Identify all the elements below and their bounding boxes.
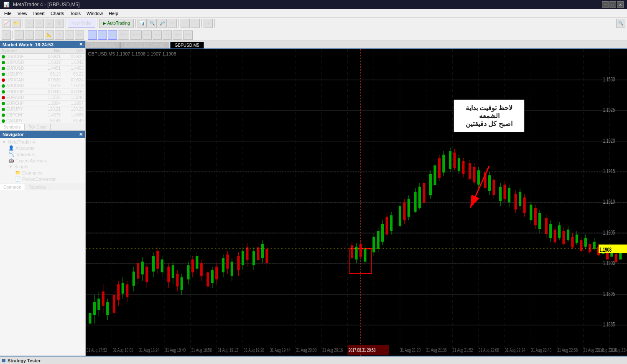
symbol-name: CADJPY	[6, 119, 38, 123]
properties-button[interactable]: ⚙	[168, 19, 177, 28]
open-button[interactable]: 📁	[12, 19, 21, 28]
tool-4[interactable]: 📐	[45, 30, 54, 40]
period-mn[interactable]: MN	[183, 30, 193, 40]
period-d1[interactable]: D1	[163, 30, 172, 40]
tool-7[interactable]: AB	[75, 30, 84, 40]
tool-2[interactable]: |	[25, 30, 34, 40]
nav-period-converter[interactable]: 📄 PeriodConverter	[1, 176, 84, 182]
svg-rect-75	[187, 265, 189, 279]
market-watch-row-usdcad[interactable]: USDCAD 0.9620 0.9624	[0, 77, 85, 83]
svg-rect-83	[206, 272, 209, 286]
period-h4[interactable]: H4	[153, 30, 162, 40]
market-watch-row-euraud[interactable]: EURAUD 1.3736 1.3748	[0, 95, 85, 101]
svg-rect-71	[176, 274, 178, 287]
period-m30[interactable]: M30	[130, 30, 141, 40]
period-w1[interactable]: W1	[173, 30, 182, 40]
line-tool[interactable]: —	[15, 30, 24, 40]
new-order-button[interactable]: New Order	[68, 19, 95, 28]
separator-2	[66, 19, 66, 28]
period-m[interactable]: M	[88, 30, 97, 40]
market-watch-close[interactable]: ✕	[79, 42, 83, 47]
menu-file[interactable]: File	[2, 10, 14, 17]
redo-button[interactable]: ↪	[35, 19, 44, 28]
svg-rect-55	[137, 263, 139, 279]
nav-examples[interactable]: 📁 Examples	[1, 169, 84, 176]
accounts-icon: 👤	[8, 145, 14, 151]
restore-button[interactable]: □	[609, 1, 616, 8]
indicators-button[interactable]: 〰	[181, 19, 190, 28]
market-watch-row-audusd[interactable]: AUDUSD 1.0515 1.0518	[0, 83, 85, 89]
period-sep-button[interactable]: |	[191, 19, 200, 28]
period-m15[interactable]: M15	[118, 30, 129, 40]
navigator-close[interactable]: ✕	[79, 132, 83, 137]
market-watch-row-gbpchf[interactable]: GBPCHF 1.4575 1.4585	[0, 112, 85, 118]
autotrading-button[interactable]: ▶ AutoTrading	[99, 19, 133, 28]
period-h1[interactable]: H1	[143, 30, 152, 40]
nav-tab-common[interactable]: Common	[0, 184, 25, 190]
crosshair-tool[interactable]: ✛	[2, 30, 11, 40]
tool-6[interactable]: ∧	[65, 30, 74, 40]
nav-expert-advisors[interactable]: 🤖 Expert Advisors	[1, 157, 84, 164]
svg-rect-79	[196, 256, 198, 269]
market-watch-row-eurusd[interactable]: EURUSD 1.4451 1.4453	[0, 66, 85, 71]
tool-3[interactable]: ╲	[35, 30, 44, 40]
svg-text:31 Aug 22:40: 31 Aug 22:40	[531, 347, 551, 353]
tester-pin[interactable]	[2, 359, 5, 362]
menu-tools[interactable]: Tools	[67, 10, 83, 17]
window-controls[interactable]: ─ □ ✕	[602, 1, 624, 8]
market-watch-row-cadjpy[interactable]: CADJPY 86.43 86.49	[0, 118, 85, 124]
annotation-line1: لاحظ توقيت بداية الشمعه	[460, 104, 518, 120]
chart-tab-eurusd-m2[interactable]: EURUSD,M2 (offline)	[120, 42, 169, 48]
crosshair-button[interactable]: ✛	[204, 19, 213, 28]
menu-window[interactable]: Window	[84, 10, 105, 17]
market-watch-row-usdjpy[interactable]: USDJPY 83.19 83.22	[0, 71, 85, 77]
svg-text:1.1905: 1.1905	[603, 228, 615, 236]
chart-type-button[interactable]: 📊	[138, 19, 147, 28]
minimize-button[interactable]: ─	[602, 1, 609, 8]
svg-text:1.1530: 1.1530	[603, 75, 615, 83]
tab-symbols[interactable]: Symbols	[0, 124, 25, 130]
tool-5[interactable]: T	[55, 30, 64, 40]
svg-rect-128	[399, 206, 401, 226]
svg-rect-103	[257, 248, 259, 260]
bid-price: 0.8843	[38, 89, 61, 94]
symbol-name: USDCAD	[6, 78, 38, 82]
title-bar: 📊 MetaTrader 4 - [GBPUSD,M5] ─ □ ✕	[0, 0, 627, 9]
period-m1[interactable]: M1	[98, 30, 107, 40]
nav-scripts[interactable]: ▼ Scripts	[1, 164, 84, 169]
svg-rect-77	[191, 260, 194, 273]
new-chart-button[interactable]: 📈	[2, 19, 11, 28]
svg-text:2017.08.31 20:58: 2017.08.31 20:58	[349, 347, 376, 353]
print-preview-button[interactable]: 🖹	[55, 19, 64, 28]
menu-insert[interactable]: Insert	[31, 10, 47, 17]
menu-help[interactable]: Help	[106, 10, 121, 17]
ask-price: 83.22	[61, 72, 84, 76]
period-m5[interactable]: M5	[108, 30, 117, 40]
svg-rect-124	[385, 217, 388, 235]
print-button[interactable]: 🖨	[45, 19, 54, 28]
svg-text:1.1925: 1.1925	[603, 106, 615, 114]
tab-tick-chart[interactable]: Tick Chart	[25, 124, 51, 130]
menu-view[interactable]: View	[15, 10, 30, 17]
market-watch-tabs: Symbols Tick Chart	[0, 124, 85, 131]
market-watch-row-eurgbp[interactable]: EURGBP 0.8843 0.8846	[0, 89, 85, 95]
undo-button[interactable]: ↩	[25, 19, 34, 28]
nav-indicators[interactable]: 📉 Indicators	[1, 151, 84, 157]
zoom-in-button[interactable]: 🔍	[148, 19, 157, 28]
nav-metatrader4[interactable]: ▼ MetaTrader 4	[1, 139, 84, 145]
chart-tab-eurusd-m1[interactable]: EURUSD,M1	[86, 42, 120, 48]
market-watch-row-eurchf[interactable]: EURCHF 1.2894 1.2897	[0, 101, 85, 106]
nav-accounts[interactable]: 👤 Accounts	[1, 145, 84, 151]
market-watch-row-eurjpy[interactable]: EURJPY 120.21 120.25	[0, 106, 85, 112]
svg-rect-150	[453, 153, 456, 169]
zoom-out-button[interactable]: 🔎	[158, 19, 167, 28]
market-watch-row-gbpusd[interactable]: GBPUSD 1.6339 1.6342	[0, 60, 85, 66]
menu-charts[interactable]: Charts	[48, 10, 66, 17]
search-button[interactable]: 🔍	[616, 19, 625, 28]
nav-tab-favorites[interactable]: Favorites	[25, 184, 49, 190]
close-button[interactable]: ✕	[617, 1, 624, 8]
svg-rect-43	[106, 302, 109, 315]
svg-rect-156	[469, 163, 471, 179]
chart-tab-gbpusd-m5[interactable]: GBPUSD,M5	[170, 42, 204, 48]
market-watch-row-usdchf[interactable]: USDCHF 0.8921 0.8925	[0, 54, 85, 60]
